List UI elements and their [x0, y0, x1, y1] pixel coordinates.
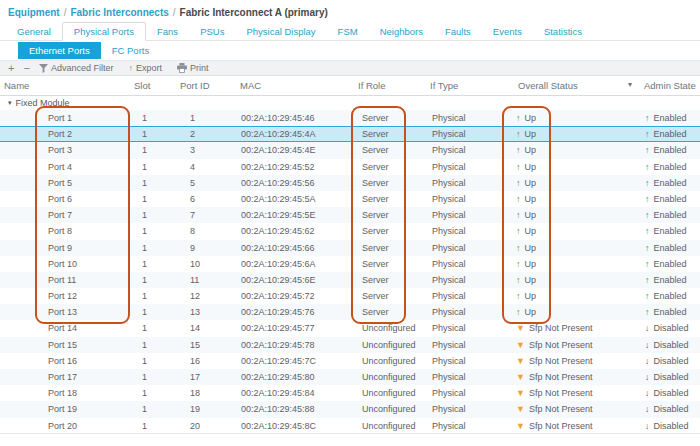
table-row-port-18[interactable]: Port 1811800:2A:10:29:45:84UnconfiguredP…	[0, 385, 700, 401]
cell-mac: 00:2A:10:29:45:4A	[236, 127, 354, 141]
status-up-arrow-icon: ↑	[516, 275, 521, 285]
table-row-port-19[interactable]: Port 1911900:2A:10:29:45:88UnconfiguredP…	[0, 401, 700, 417]
cell-if-role: Server	[354, 191, 426, 207]
cell-overall-status-label: Up	[525, 194, 537, 204]
cell-port-id: 12	[176, 288, 236, 304]
tab-physical-ports[interactable]: Physical Ports	[62, 22, 146, 41]
advanced-filter-button[interactable]: Advanced Filter	[39, 63, 114, 73]
cell-port-name: Port 18	[0, 385, 130, 401]
cell-port-id: 20	[176, 418, 236, 434]
table-row-port-16[interactable]: Port 1611600:2A:10:29:45:7CUnconfiguredP…	[0, 353, 700, 369]
status-up-arrow-icon: ↑	[516, 194, 521, 204]
cell-overall-status: ↑Up	[514, 110, 640, 126]
cell-slot: 1	[130, 223, 176, 239]
table-row-port-9[interactable]: Port 91900:2A:10:29:45:66ServerPhysical↑…	[0, 240, 700, 256]
table-row-port-1[interactable]: Port 11100:2A:10:29:45:46ServerPhysical↑…	[0, 110, 700, 126]
status-up-arrow-icon: ↑	[516, 307, 521, 317]
cell-overall-status: ↑Up	[514, 142, 640, 158]
tab-psus[interactable]: PSUs	[189, 23, 235, 40]
export-button[interactable]: ↑ Export	[128, 63, 162, 73]
breadcrumb-equipment-link[interactable]: Equipment	[8, 7, 60, 18]
column-header-admin-state[interactable]: Admin State	[640, 80, 700, 91]
status-warning-triangle-icon: ▼	[516, 356, 525, 366]
cell-port-id: 2	[176, 127, 236, 141]
cell-overall-status: ↑Up	[514, 304, 640, 320]
column-header-port-id[interactable]: Port ID	[176, 80, 236, 91]
table-row-port-12[interactable]: Port 1211200:2A:10:29:45:72ServerPhysica…	[0, 288, 700, 304]
cell-mac: 00:2A:10:29:45:5E	[236, 207, 354, 223]
cell-mac: 00:2A:10:29:45:52	[236, 159, 354, 175]
table-row-port-7[interactable]: Port 71700:2A:10:29:45:5EServerPhysical↑…	[0, 207, 700, 223]
cell-if-type: Physical	[426, 240, 514, 256]
tab-statistics[interactable]: Statistics	[533, 23, 593, 40]
table-row-port-10[interactable]: Port 1011000:2A:10:29:45:6AServerPhysica…	[0, 256, 700, 272]
status-up-arrow-icon: ↑	[645, 113, 650, 123]
column-header-if-type[interactable]: If Type	[426, 80, 514, 91]
cell-overall-status-label: Sfp Not Present	[529, 323, 593, 333]
cell-admin-state-label: Disabled	[654, 340, 689, 350]
table-row-port-2[interactable]: Port 21200:2A:10:29:45:4AServerPhysical↑…	[0, 126, 700, 142]
tab-fans[interactable]: Fans	[146, 23, 189, 40]
cell-admin-state-label: Enabled	[654, 129, 687, 139]
tab-faults[interactable]: Faults	[434, 23, 482, 40]
remove-button[interactable]: −	[23, 63, 29, 74]
cell-overall-status: ↑Up	[514, 288, 640, 304]
cell-if-type: Physical	[426, 369, 514, 385]
tab-general[interactable]: General	[6, 23, 62, 40]
cell-admin-state: ↑Enabled	[640, 159, 700, 175]
cell-overall-status: ↑Up	[514, 256, 640, 272]
cell-if-type: Physical	[426, 223, 514, 239]
tab-neighbors[interactable]: Neighbors	[369, 23, 434, 40]
column-header-mac[interactable]: MAC	[236, 80, 354, 91]
status-up-arrow-icon: ↑	[645, 194, 650, 204]
cell-overall-status-label: Up	[525, 243, 537, 253]
fixed-module-group-row[interactable]: ▾ Fixed Module	[0, 96, 700, 110]
add-button[interactable]: +	[8, 63, 14, 74]
status-down-arrow-icon: ↓	[645, 372, 650, 382]
table-row-port-14[interactable]: Port 1411400:2A:10:29:45:77UnconfiguredP…	[0, 320, 700, 336]
cell-admin-state: ↑Enabled	[640, 272, 700, 288]
status-up-arrow-icon: ↑	[645, 275, 650, 285]
column-header-if-role[interactable]: If Role	[354, 80, 426, 91]
table-row-port-8[interactable]: Port 81800:2A:10:29:45:62ServerPhysical↑…	[0, 223, 700, 239]
cell-port-id: 13	[176, 304, 236, 320]
table-row-port-3[interactable]: Port 31300:2A:10:29:45:4EServerPhysical↑…	[0, 142, 700, 158]
status-up-arrow-icon: ↑	[645, 307, 650, 317]
tab-physical-display[interactable]: Physical Display	[235, 23, 326, 40]
column-options-chevron-down-icon[interactable]: ▾	[628, 80, 632, 89]
table-row-port-5[interactable]: Port 51500:2A:10:29:45:56ServerPhysical↑…	[0, 175, 700, 191]
subtab-ethernet-ports[interactable]: Ethernet Ports	[18, 42, 101, 59]
status-down-arrow-icon: ↓	[645, 388, 650, 398]
column-header-overall-status[interactable]: Overall Status ▾	[514, 80, 640, 91]
tab-fsm[interactable]: FSM	[327, 23, 369, 40]
cell-slot: 1	[130, 385, 176, 401]
cell-port-name: Port 2	[0, 127, 130, 141]
column-header-name[interactable]: Name	[0, 80, 130, 91]
cell-if-type: Physical	[426, 207, 514, 223]
table-row-port-4[interactable]: Port 41400:2A:10:29:45:52ServerPhysical↑…	[0, 159, 700, 175]
cell-slot: 1	[130, 304, 176, 320]
print-button[interactable]: Print	[177, 63, 209, 73]
column-header-slot[interactable]: Slot	[130, 80, 176, 91]
cell-if-role: Unconfigured	[354, 320, 426, 336]
table-row-port-20[interactable]: Port 2012000:2A:10:29:45:8CUnconfiguredP…	[0, 418, 700, 434]
table-row-port-15[interactable]: Port 1511500:2A:10:29:45:78UnconfiguredP…	[0, 337, 700, 353]
cell-overall-status-label: Up	[525, 178, 537, 188]
fixed-module-label: Fixed Module	[16, 98, 70, 108]
cell-mac: 00:2A:10:29:45:6E	[236, 272, 354, 288]
cell-admin-state-label: Enabled	[654, 243, 687, 253]
table-row-port-6[interactable]: Port 61600:2A:10:29:45:5AServerPhysical↑…	[0, 191, 700, 207]
collapse-triangle-icon[interactable]: ▾	[8, 99, 12, 107]
cell-admin-state: ↓Disabled	[640, 320, 700, 336]
cell-slot: 1	[130, 418, 176, 434]
table-row-port-13[interactable]: Port 1311300:2A:10:29:45:76ServerPhysica…	[0, 304, 700, 320]
status-up-arrow-icon: ↑	[516, 210, 521, 220]
table-row-port-11[interactable]: Port 1111100:2A:10:29:45:6EServerPhysica…	[0, 272, 700, 288]
breadcrumb-fabric-interconnects-link[interactable]: Fabric Interconnects	[70, 7, 168, 18]
tab-events[interactable]: Events	[482, 23, 533, 40]
cell-if-type: Physical	[426, 320, 514, 336]
subtab-fc-ports[interactable]: FC Ports	[101, 42, 160, 59]
cell-port-id: 4	[176, 159, 236, 175]
table-row-port-17[interactable]: Port 1711700:2A:10:29:45:80UnconfiguredP…	[0, 369, 700, 385]
status-up-arrow-icon: ↑	[645, 226, 650, 236]
